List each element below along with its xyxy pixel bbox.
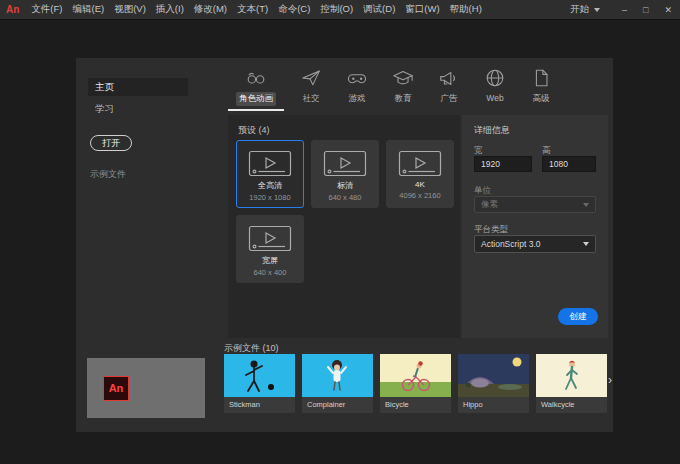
close-button[interactable]: ✕ — [656, 4, 680, 16]
animate-app-icon: An — [6, 4, 19, 15]
sample-card-walkcycle[interactable]: Walkcycle — [536, 354, 607, 413]
chevron-down-icon — [583, 203, 589, 207]
platform-select[interactable]: ActionScript 3.0 — [474, 235, 596, 253]
character-icon — [245, 67, 267, 89]
sample-name: Bicycle — [380, 397, 451, 413]
create-button[interactable]: 创建 — [558, 308, 598, 325]
tab-label: 游戏 — [346, 92, 369, 106]
preset-name: 标清 — [337, 180, 353, 191]
menu-view[interactable]: 视图(V) — [109, 1, 151, 18]
sample-name: Stickman — [224, 397, 295, 413]
video-preset-icon — [248, 225, 292, 252]
tab-character-animation[interactable]: 角色动画 — [224, 67, 288, 106]
tab-advanced[interactable]: 高级 — [518, 67, 564, 106]
bicycle-thumbnail — [380, 354, 451, 397]
video-preset-icon — [248, 150, 292, 177]
globe-icon — [484, 67, 506, 89]
preset-4k[interactable]: 4K 4096 x 2160 — [386, 140, 454, 208]
game-controller-icon — [346, 67, 368, 89]
workspace-switcher[interactable]: 开始 — [570, 3, 600, 16]
details-panel: 详细信息 宽 高 单位 像素 平台类型 ActionScript 3.0 创建 — [462, 115, 608, 338]
platform-value: ActionScript 3.0 — [481, 239, 541, 249]
preset-dims: 4096 x 2160 — [399, 191, 440, 200]
megaphone-icon — [438, 67, 460, 89]
menu-insert[interactable]: 插入(I) — [151, 1, 189, 18]
tab-label: 角色动画 — [236, 92, 276, 106]
menu-text[interactable]: 文本(T) — [232, 1, 273, 18]
open-button[interactable]: 打开 — [90, 135, 132, 151]
presets-panel: 预设 (4) 全高清 1920 x 1080 标清 640 — [228, 115, 460, 338]
preset-widescreen[interactable]: 宽屏 640 x 400 — [236, 215, 304, 283]
video-preset-icon — [323, 150, 367, 177]
menu-debug[interactable]: 调试(D) — [358, 1, 400, 18]
preset-name: 宽屏 — [262, 255, 278, 266]
preset-sd[interactable]: 标清 640 x 480 — [311, 140, 379, 208]
units-value: 像素 — [481, 199, 498, 211]
samples-row: Stickman Complainer — [224, 354, 607, 413]
tab-label: 教育 — [392, 92, 415, 106]
height-input[interactable] — [542, 156, 596, 172]
graduation-cap-icon — [392, 67, 414, 89]
workspace-label: 开始 — [570, 3, 589, 16]
menu-window[interactable]: 窗口(W) — [400, 1, 444, 18]
preset-dims: 640 x 400 — [254, 268, 287, 277]
selected-tab-underline — [228, 109, 284, 111]
walkcycle-thumbnail — [536, 354, 607, 397]
tab-label: 广告 — [438, 92, 461, 106]
tab-label: 社交 — [300, 92, 323, 106]
details-header: 详细信息 — [474, 124, 510, 137]
animate-logo-icon: An — [103, 376, 129, 401]
sample-name: Complainer — [302, 397, 373, 413]
menu-modify[interactable]: 修改(M) — [189, 1, 232, 18]
width-input[interactable] — [474, 156, 532, 172]
document-icon — [530, 67, 552, 89]
complainer-thumbnail — [302, 354, 373, 397]
sample-card-bicycle[interactable]: Bicycle — [380, 354, 451, 413]
video-preset-icon — [398, 150, 442, 177]
menu-help[interactable]: 帮助(H) — [445, 1, 487, 18]
samples-next-icon[interactable]: › — [608, 373, 612, 387]
sample-card-hippo[interactable]: Hippo — [458, 354, 529, 413]
presets-header: 预设 (4) — [238, 124, 270, 137]
preset-dims: 640 x 480 — [329, 193, 362, 202]
tab-social[interactable]: 社交 — [288, 67, 334, 106]
menu-control[interactable]: 控制(O) — [315, 1, 358, 18]
tab-education[interactable]: 教育 — [380, 67, 426, 106]
category-tabs: 角色动画 社交 游戏 教育 — [224, 67, 564, 106]
chevron-down-icon — [583, 242, 589, 246]
start-screen-dialog: 主页 学习 打开 示例文件 An 角色动画 社交 — [76, 58, 613, 432]
tab-game[interactable]: 游戏 — [334, 67, 380, 106]
tab-label: Web — [483, 92, 506, 104]
preset-grid: 全高清 1920 x 1080 标清 640 x 480 — [236, 140, 462, 283]
maximize-button[interactable]: □ — [635, 4, 656, 16]
menu-commands[interactable]: 命令(C) — [273, 1, 315, 18]
tab-ads[interactable]: 广告 — [426, 67, 472, 106]
sidebar-home-label: 主页 — [95, 81, 114, 94]
tab-web[interactable]: Web — [472, 67, 518, 106]
preset-name: 全高清 — [258, 180, 282, 191]
sample-card-stickman[interactable]: Stickman — [224, 354, 295, 413]
preset-dims: 1920 x 1080 — [249, 193, 290, 202]
sample-card-complainer[interactable]: Complainer — [302, 354, 373, 413]
sidebar-item-learn[interactable]: 学习 — [88, 100, 188, 118]
sample-name: Hippo — [458, 397, 529, 413]
stickman-thumbnail — [224, 354, 295, 397]
menubar: 文件(F) 编辑(E) 视图(V) 插入(I) 修改(M) 文本(T) 命令(C… — [26, 1, 486, 18]
animate-window: An 文件(F) 编辑(E) 视图(V) 插入(I) 修改(M) 文本(T) 命… — [0, 0, 680, 464]
sidebar-files-label: 示例文件 — [90, 168, 126, 181]
hippo-thumbnail — [458, 354, 529, 397]
animate-promo-card[interactable]: An — [87, 358, 205, 418]
menu-edit[interactable]: 编辑(E) — [67, 1, 109, 18]
preset-full-hd[interactable]: 全高清 1920 x 1080 — [236, 140, 304, 208]
titlebar: An 文件(F) 编辑(E) 视图(V) 插入(I) 修改(M) 文本(T) 命… — [0, 0, 680, 20]
units-select: 像素 — [474, 196, 596, 213]
paper-plane-icon — [300, 67, 322, 89]
sample-name: Walkcycle — [536, 397, 607, 413]
chevron-down-icon — [594, 8, 600, 12]
tab-label: 高级 — [530, 92, 553, 106]
minimize-button[interactable]: – — [614, 4, 635, 16]
menu-file[interactable]: 文件(F) — [26, 1, 67, 18]
sidebar-learn-label: 学习 — [95, 103, 114, 116]
preset-name: 4K — [415, 180, 425, 189]
sidebar-item-home[interactable]: 主页 — [88, 78, 188, 96]
